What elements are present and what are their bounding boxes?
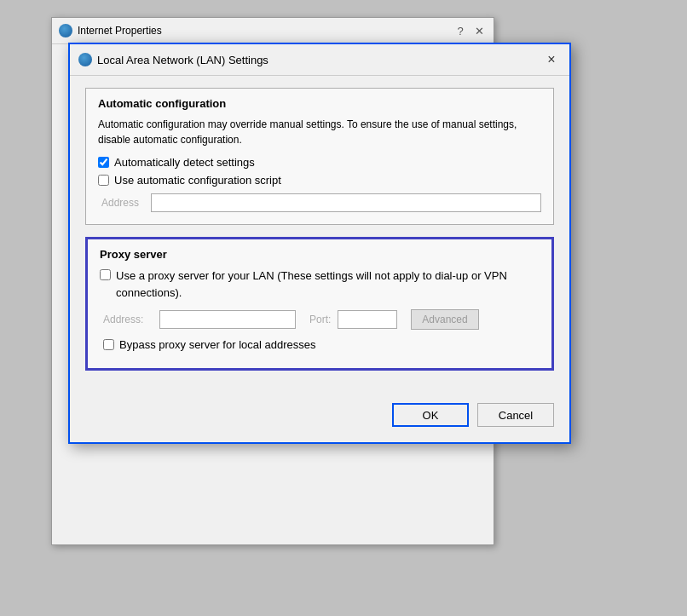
proxy-use-row: Use a proxy server for your LAN (These s… (100, 268, 540, 301)
proxy-port-label: Port: (309, 314, 331, 325)
dialog-footer: OK Cancel (70, 398, 569, 442)
dialog-content: Automatic configuration Automatic config… (70, 76, 569, 398)
dialog-title: Local Area Network (LAN) Settings (97, 54, 268, 66)
bg-titlebar: Internet Properties ? ✕ (52, 18, 494, 44)
proxy-address-row: Address: Port: Advanced (100, 309, 540, 330)
dialog-close-button[interactable]: × (542, 50, 561, 69)
advanced-button[interactable]: Advanced (411, 309, 478, 330)
dialog-globe-icon (78, 53, 92, 66)
proxy-server-title: Proxy server (100, 248, 540, 261)
proxy-address-input[interactable] (159, 310, 296, 329)
proxy-port-input[interactable] (338, 310, 397, 329)
bg-help-button[interactable]: ? (453, 23, 468, 38)
bypass-checkbox[interactable] (103, 339, 114, 350)
globe-icon (59, 24, 72, 37)
bg-titlebar-left: Internet Properties (59, 24, 162, 37)
auto-address-input[interactable] (151, 193, 541, 212)
bg-close-button[interactable]: ✕ (471, 23, 487, 38)
ok-button[interactable]: OK (392, 403, 469, 427)
auto-detect-row: Automatically detect settings (98, 156, 541, 169)
auto-config-description: Automatic configuration may override man… (98, 117, 541, 147)
auto-script-label: Use automatic configuration script (114, 174, 281, 187)
proxy-server-section: Proxy server Use a proxy server for your… (85, 237, 554, 371)
auto-script-row: Use automatic configuration script (98, 174, 541, 187)
dialog-titlebar: Local Area Network (LAN) Settings × (70, 44, 569, 76)
auto-config-section: Automatic configuration Automatic config… (85, 88, 554, 225)
proxy-use-checkbox[interactable] (100, 269, 111, 280)
auto-address-row: Address (98, 193, 541, 212)
bg-window-title: Internet Properties (78, 25, 162, 37)
lan-settings-dialog: Local Area Network (LAN) Settings × Auto… (68, 43, 571, 444)
dialog-titlebar-left: Local Area Network (LAN) Settings (78, 53, 268, 66)
bypass-row: Bypass proxy server for local addresses (100, 338, 540, 351)
auto-address-label: Address (101, 197, 144, 209)
proxy-use-label: Use a proxy server for your LAN (These s… (116, 268, 540, 301)
bg-titlebar-right: ? ✕ (453, 23, 487, 38)
proxy-address-label: Address: (103, 314, 153, 325)
auto-config-title: Automatic configuration (98, 97, 541, 110)
auto-detect-label: Automatically detect settings (114, 156, 255, 169)
bypass-label: Bypass proxy server for local addresses (119, 338, 315, 351)
auto-script-checkbox[interactable] (98, 175, 109, 186)
auto-detect-checkbox[interactable] (98, 157, 109, 168)
cancel-button[interactable]: Cancel (477, 403, 554, 427)
